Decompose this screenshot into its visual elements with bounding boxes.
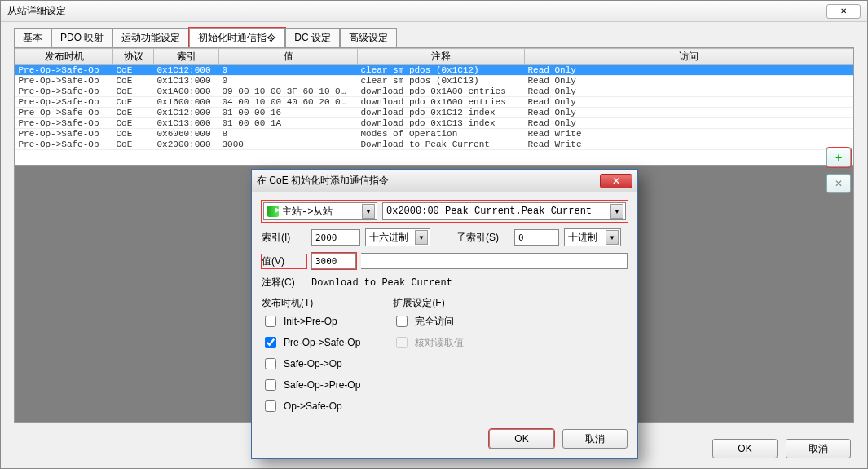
table-row[interactable]: Pre-Op->Safe-OpCoE0x1C12:0000clear sm pd… xyxy=(15,65,853,76)
plus-icon: + xyxy=(835,151,842,164)
col-header[interactable]: 值 xyxy=(219,49,358,65)
direction-icon xyxy=(267,206,279,217)
timing-checkbox[interactable]: Safe-Op->Pre-Op xyxy=(262,377,360,393)
timing-group-label: 发布时机(T) xyxy=(262,296,360,310)
index-input[interactable] xyxy=(311,229,360,246)
remove-button[interactable]: ✕ xyxy=(826,174,851,193)
dialog-close-button[interactable]: ✕ xyxy=(600,174,632,188)
timing-checkbox[interactable]: Init->Pre-Op xyxy=(262,313,360,330)
table-row[interactable]: Pre-Op->Safe-OpCoE0x1A00:00009 00 10 00 … xyxy=(15,86,853,97)
chevron-down-icon: ▼ xyxy=(610,204,623,219)
subindex-label: 子索引(S) xyxy=(456,231,509,245)
tab-strip: 基本PDO 映射运动功能设定初始化时通信指令DC 设定高级设定 xyxy=(1,22,867,47)
side-buttons: + ✕ xyxy=(826,148,851,193)
chevron-down-icon: ▼ xyxy=(415,230,428,245)
col-header[interactable]: 发布时机 xyxy=(15,49,113,65)
table-row[interactable]: Pre-Op->Safe-OpCoE0x1600:00004 00 10 00 … xyxy=(15,97,853,108)
window-title: 从站详细设定 xyxy=(7,4,66,18)
dialog-cancel-button[interactable]: 取消 xyxy=(562,429,628,449)
window-close-button[interactable]: ✕ xyxy=(826,4,861,19)
value-label: 值(V) xyxy=(262,254,306,268)
ext-checkbox[interactable]: 完全访问 xyxy=(393,313,464,330)
comment-text: Download to Peak Current xyxy=(311,277,452,289)
tab-5[interactable]: 高级设定 xyxy=(340,28,397,48)
add-command-dialog: 在 CoE 初始化时添加通信指令 ✕ 主站->从站 ▼ 0x2000:00 Pe… xyxy=(251,169,638,459)
tab-2[interactable]: 运动功能设定 xyxy=(112,28,189,48)
direction-select[interactable]: 主站->从站 ▼ xyxy=(263,202,377,220)
timing-checkbox[interactable]: Safe-Op->Op xyxy=(262,356,360,372)
dialog-title-bar: 在 CoE 初始化时添加通信指令 ✕ xyxy=(252,170,637,192)
add-button[interactable]: + xyxy=(826,148,851,167)
dialog-title: 在 CoE 初始化时添加通信指令 xyxy=(257,174,389,188)
index-radix-select[interactable]: 十六进制 ▼ xyxy=(365,228,430,246)
main-ok-button[interactable]: OK xyxy=(712,439,778,458)
main-cancel-button[interactable]: 取消 xyxy=(786,439,851,458)
col-header[interactable]: 注释 xyxy=(358,49,525,65)
tab-1[interactable]: PDO 映射 xyxy=(51,28,112,48)
col-header[interactable]: 索引 xyxy=(154,49,219,65)
value-input-ext[interactable] xyxy=(361,253,628,269)
col-header[interactable]: 协议 xyxy=(113,49,154,65)
object-select[interactable]: 0x2000:00 Peak Current.Peak Current ▼ xyxy=(382,202,626,220)
comment-label: 注释(C) xyxy=(262,276,306,290)
value-input[interactable] xyxy=(311,253,356,269)
bottom-buttons: OK 取消 xyxy=(712,439,851,458)
table-row[interactable]: Pre-Op->Safe-OpCoE0x2000:0003000Download… xyxy=(15,139,853,150)
ext-group-label: 扩展设定(F) xyxy=(393,296,464,310)
subindex-input[interactable] xyxy=(514,229,559,246)
x-icon: ✕ xyxy=(835,178,843,189)
table-row[interactable]: Pre-Op->Safe-OpCoE0x6060:0008Modes of Op… xyxy=(15,129,853,139)
table-row[interactable]: Pre-Op->Safe-OpCoE0x1C13:0000clear sm pd… xyxy=(15,76,853,86)
tab-4[interactable]: DC 设定 xyxy=(285,28,340,48)
dialog-ok-button[interactable]: OK xyxy=(489,429,554,449)
table-row[interactable]: Pre-Op->Safe-OpCoE0x1C13:00001 00 00 1Ad… xyxy=(15,118,853,129)
subindex-radix-select[interactable]: 十进制 ▼ xyxy=(564,228,621,246)
commands-table: 发布时机协议索引值注释访问 Pre-Op->Safe-OpCoE0x1C12:0… xyxy=(14,47,854,166)
chevron-down-icon: ▼ xyxy=(606,230,619,245)
tab-3[interactable]: 初始化时通信指令 xyxy=(189,28,285,48)
index-label: 索引(I) xyxy=(262,231,306,245)
title-bar: 从站详细设定 ✕ xyxy=(1,1,867,22)
table-row[interactable]: Pre-Op->Safe-OpCoE0x1C12:00001 00 00 16d… xyxy=(15,108,853,118)
tab-0[interactable]: 基本 xyxy=(14,28,51,48)
col-header[interactable]: 访问 xyxy=(525,49,853,65)
main-window: 从站详细设定 ✕ 基本PDO 映射运动功能设定初始化时通信指令DC 设定高级设定… xyxy=(0,0,868,469)
chevron-down-icon: ▼ xyxy=(362,204,375,219)
ext-checkbox: 核对读取值 xyxy=(393,334,464,351)
timing-checkbox[interactable]: Op->Safe-Op xyxy=(262,398,360,414)
timing-checkbox[interactable]: Pre-Op->Safe-Op xyxy=(262,334,360,351)
